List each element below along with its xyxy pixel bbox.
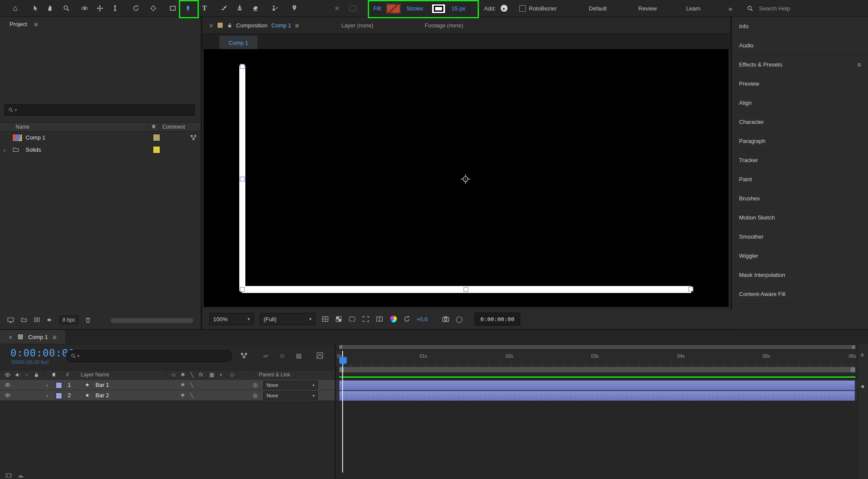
flowchart-icon[interactable]	[190, 134, 197, 141]
eye-icon[interactable]	[4, 372, 11, 378]
comp-marker-icon[interactable]: ◆	[861, 384, 865, 389]
path-vertex-handle[interactable]	[464, 287, 469, 292]
layer-name[interactable]: Bar 2	[96, 390, 109, 400]
new-composition-icon[interactable]	[33, 317, 40, 323]
expander-icon[interactable]: ›	[46, 390, 48, 400]
parent-dropdown[interactable]: None▾	[263, 381, 318, 389]
transparency-grid-icon[interactable]	[335, 316, 342, 323]
timeline-search-input[interactable]: ▾	[66, 350, 232, 362]
collapse-switch-icon[interactable]: ✱	[181, 372, 185, 378]
composition-tab-label[interactable]: Composition	[236, 22, 267, 29]
graph-editor-icon[interactable]	[314, 350, 326, 361]
path-vertex-handle[interactable]	[240, 64, 245, 69]
type-tool-icon[interactable]: T	[198, 2, 211, 15]
layer-row-bar2[interactable]: › 2 ★ Bar 2 ✱ ╲ ◎ None▾	[0, 390, 335, 401]
hand-tool-icon[interactable]	[44, 2, 57, 15]
workspace-tab-review[interactable]: Review	[638, 0, 657, 17]
time-navigator[interactable]	[339, 345, 855, 349]
footage-viewer-tab[interactable]: Footage (none)	[425, 22, 463, 29]
panel-menu-icon[interactable]: ≡	[53, 333, 56, 341]
panel-menu-icon[interactable]: ≡	[34, 20, 38, 28]
time-ruler[interactable]: 0s 01s 02s 03s 04s 05s 06s	[336, 351, 857, 367]
label-color-swatch[interactable]	[153, 146, 160, 153]
panel-tab-info[interactable]: Info	[732, 17, 868, 36]
tool-creates-shape-icon[interactable]: ★	[330, 2, 343, 15]
brush-tool-icon[interactable]	[218, 2, 231, 15]
home-icon[interactable]: ⌂	[9, 2, 22, 15]
panel-tab-smoother[interactable]: Smoother	[732, 227, 868, 246]
panel-tab-motion-sketch[interactable]: Motion Sketch	[732, 208, 868, 227]
current-timecode[interactable]: 0:00:00:00	[10, 347, 75, 359]
exposure-value[interactable]: +0,0	[416, 316, 428, 323]
stroke-label[interactable]: Stroke:	[406, 0, 424, 17]
pick-whip-icon[interactable]: ◎	[253, 390, 257, 400]
new-folder-icon[interactable]	[20, 317, 27, 323]
lock-icon[interactable]	[227, 23, 232, 28]
hide-shy-layers-icon[interactable]: ☺	[276, 350, 288, 361]
frame-blending-icon[interactable]: ▤	[293, 350, 305, 361]
search-icon[interactable]	[743, 2, 756, 15]
pan-behind-tool-icon[interactable]	[147, 2, 160, 15]
work-area-end-handle[interactable]	[851, 367, 855, 372]
composition-viewport[interactable]	[204, 49, 729, 307]
viewer-tab-comp1[interactable]: Comp 1	[219, 36, 257, 50]
audio-icon[interactable]	[15, 372, 21, 378]
rotobezier-checkbox[interactable]	[519, 5, 526, 12]
quality-switch-icon[interactable]: ╲	[190, 380, 193, 390]
mask-visibility-icon[interactable]	[348, 316, 356, 323]
composition-tab-comp-name[interactable]: Comp 1	[271, 22, 291, 29]
eraser-tool-icon[interactable]	[249, 2, 262, 15]
clone-stamp-tool-icon[interactable]	[233, 2, 246, 15]
expander-icon[interactable]: ›	[46, 380, 48, 390]
preview-timecode[interactable]: 0:00:00:00	[475, 313, 520, 326]
parent-link-column-header[interactable]: Parent & Link	[259, 372, 290, 378]
stroke-color-swatch[interactable]	[432, 4, 446, 13]
resolution-dropdown[interactable]: (Full)▾	[260, 313, 315, 325]
bit-depth-button[interactable]: 8 bpc	[59, 316, 79, 324]
current-time-indicator-head[interactable]	[339, 357, 347, 364]
puppet-pin-tool-icon[interactable]	[288, 2, 301, 15]
workspace-overflow-icon[interactable]: »	[729, 0, 732, 17]
work-area-bar[interactable]	[339, 367, 855, 373]
panel-tab-character[interactable]: Character	[732, 113, 868, 132]
lock-icon[interactable]	[34, 372, 39, 378]
panel-tab-mask-interpolation[interactable]: Mask Interpolation	[732, 266, 868, 285]
name-column-header[interactable]: Name	[16, 124, 30, 130]
fill-color-swatch[interactable]	[386, 4, 400, 13]
trash-icon[interactable]	[85, 317, 91, 323]
workspace-tab-default[interactable]: Default	[589, 0, 607, 17]
roto-brush-tool-icon[interactable]	[268, 2, 281, 15]
label-column-icon[interactable]	[151, 124, 156, 130]
layer-name[interactable]: Bar 1	[96, 380, 109, 390]
layer-label-swatch[interactable]	[56, 382, 62, 389]
panel-tab-content-aware-fill[interactable]: Content-Aware Fill	[732, 285, 868, 304]
panel-menu-icon[interactable]: ≡	[295, 22, 299, 29]
panel-options-icon[interactable]: ≡	[861, 352, 864, 358]
mask-switch-icon[interactable]: ▦	[209, 372, 214, 378]
search-help-input[interactable]: Search Help	[759, 0, 790, 17]
stroke-width-value[interactable]: 15 px	[452, 0, 465, 17]
rotation-tool-icon[interactable]	[129, 2, 142, 15]
tool-creates-mask-icon[interactable]	[346, 2, 359, 15]
region-of-interest-icon[interactable]	[362, 316, 370, 323]
quality-switch-icon[interactable]: ╲	[190, 390, 193, 400]
collapse-switch-icon[interactable]: ✱	[181, 390, 185, 400]
toggle-switches-modes-icon[interactable]	[5, 472, 12, 479]
navigator-end-handle[interactable]	[852, 345, 855, 349]
fx-switch-icon[interactable]: fx	[199, 372, 203, 378]
layer-duration-bar[interactable]	[339, 380, 855, 390]
panel-tab-effects-presets[interactable]: Effects & Presets≡	[732, 55, 868, 74]
parent-dropdown[interactable]: None▾	[263, 391, 318, 400]
close-icon[interactable]: ×	[9, 333, 13, 341]
motion-blur-switch-icon[interactable]: ◐	[220, 372, 223, 378]
timeline-zoom-icon[interactable]	[17, 472, 24, 479]
orbit-camera-tool-icon[interactable]	[78, 2, 91, 15]
composition-mini-flowchart-icon[interactable]	[238, 350, 250, 361]
layer-duration-bar[interactable]	[339, 391, 855, 401]
label-color-swatch[interactable]	[153, 134, 160, 141]
close-icon[interactable]: ×	[209, 22, 213, 29]
quality-switch-icon[interactable]: ╲	[190, 372, 193, 378]
pick-whip-icon[interactable]: ◎	[253, 380, 257, 390]
eye-icon[interactable]	[4, 380, 11, 390]
3d-switch-icon[interactable]: ◇	[230, 372, 234, 378]
